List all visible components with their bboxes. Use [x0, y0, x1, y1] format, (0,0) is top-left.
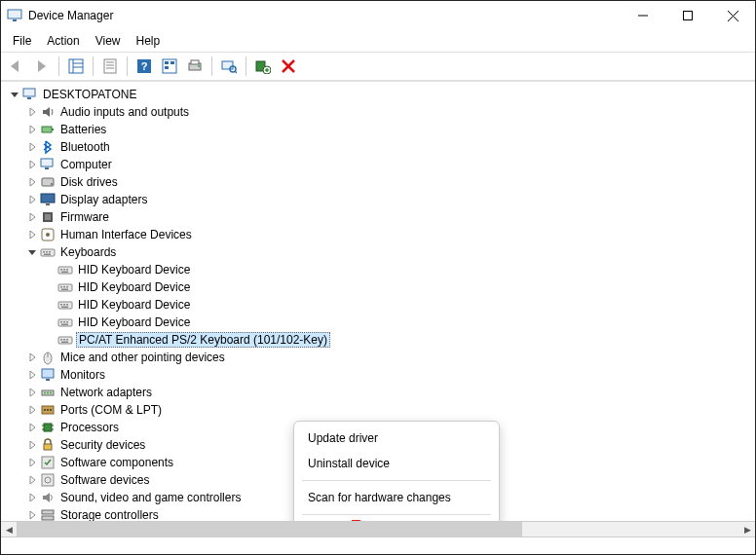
security-icon: [40, 437, 56, 453]
expand-icon[interactable]: [24, 437, 40, 453]
svg-rect-35: [52, 129, 54, 130]
minimize-button[interactable]: [621, 1, 665, 30]
tree-node-label[interactable]: Ports (COM & LPT): [58, 403, 164, 417]
close-button[interactable]: [710, 1, 755, 30]
expand-icon[interactable]: [24, 402, 40, 418]
tree-pane[interactable]: DESKTOPATONEAudio inputs and outputsBatt…: [1, 81, 755, 521]
horizontal-scrollbar[interactable]: ◀ ▶: [1, 521, 755, 536]
print-button[interactable]: [183, 55, 207, 78]
help-button[interactable]: ?: [132, 55, 156, 78]
expand-icon[interactable]: [24, 350, 40, 365]
tree-node[interactable]: DESKTOPATONE: [7, 86, 755, 103]
tree-node[interactable]: Ports (COM & LPT): [24, 401, 755, 419]
expand-icon[interactable]: [24, 209, 40, 225]
expand-icon[interactable]: [24, 367, 40, 383]
tree-node[interactable]: Computer: [24, 156, 755, 173]
expand-icon[interactable]: [24, 104, 40, 120]
svg-rect-0: [8, 10, 21, 18]
expand-icon[interactable]: [24, 490, 40, 505]
forward-button[interactable]: [30, 55, 54, 78]
tree-node-label[interactable]: Software devices: [58, 473, 151, 487]
tree-node-label[interactable]: Processors: [58, 421, 121, 434]
collapse-icon[interactable]: [7, 87, 22, 102]
tree-node[interactable]: HID Keyboard Device: [42, 314, 755, 331]
tree-node-label[interactable]: Sound, video and game controllers: [58, 491, 243, 504]
tree-node-label[interactable]: Display adapters: [58, 193, 149, 206]
tree-node-label[interactable]: Audio inputs and outputs: [58, 105, 191, 119]
tree-node-label[interactable]: Mice and other pointing devices: [58, 351, 227, 364]
context-menu-item[interactable]: Properties: [294, 519, 499, 521]
tree-node[interactable]: Network adapters: [24, 384, 755, 401]
tree-node-label[interactable]: Computer: [58, 158, 114, 171]
tree-node[interactable]: HID Keyboard Device: [42, 261, 755, 278]
scan-hardware-button[interactable]: [217, 55, 241, 78]
expand-icon[interactable]: [24, 157, 40, 172]
expand-icon[interactable]: [24, 455, 40, 470]
expand-icon[interactable]: [24, 192, 40, 207]
tree-node[interactable]: Human Interface Devices: [24, 226, 755, 243]
tree-node-label[interactable]: Network adapters: [58, 386, 154, 399]
context-menu-item[interactable]: Scan for hardware changes: [294, 485, 499, 510]
tree-node[interactable]: Display adapters: [24, 191, 755, 208]
expand-icon[interactable]: [24, 139, 40, 155]
tree-node-label[interactable]: DESKTOPATONE: [41, 88, 138, 101]
expand-icon[interactable]: [24, 507, 40, 521]
tree-node[interactable]: PC/AT Enhanced PS/2 Keyboard (101/102-Ke…: [42, 331, 755, 349]
maximize-button[interactable]: [665, 1, 710, 30]
expand-icon[interactable]: [24, 122, 40, 137]
context-menu-separator: [302, 514, 491, 515]
tree-node[interactable]: HID Keyboard Device: [42, 296, 755, 314]
context-menu-item[interactable]: Update driver: [294, 426, 499, 451]
properties-button[interactable]: [98, 55, 122, 78]
context-menu-item[interactable]: Uninstall device: [294, 451, 499, 476]
tree-node-label[interactable]: Monitors: [58, 368, 107, 382]
details-button[interactable]: [158, 55, 181, 78]
tree-node[interactable]: HID Keyboard Device: [42, 278, 755, 296]
tree-node[interactable]: Monitors: [24, 366, 755, 384]
tree-node[interactable]: Mice and other pointing devices: [24, 349, 755, 366]
menu-action[interactable]: Action: [41, 32, 85, 50]
tree-node-label[interactable]: PC/AT Enhanced PS/2 Keyboard (101/102-Ke…: [76, 332, 330, 348]
expand-icon[interactable]: [24, 420, 40, 435]
storage-icon: [40, 507, 56, 521]
tree-node-label[interactable]: HID Keyboard Device: [76, 298, 192, 312]
back-button[interactable]: [5, 55, 28, 78]
tree-node-label[interactable]: HID Keyboard Device: [76, 280, 192, 294]
menu-help[interactable]: Help: [131, 32, 167, 50]
tree-node-label[interactable]: Disk drives: [58, 175, 120, 189]
menu-view[interactable]: View: [90, 32, 127, 50]
tree-node-label[interactable]: Software components: [58, 456, 175, 469]
scrollbar-left-icon[interactable]: ◀: [1, 522, 17, 536]
tree-node[interactable]: Firmware: [24, 208, 755, 226]
show-hide-tree-button[interactable]: [64, 55, 88, 78]
tree-node-label[interactable]: Human Interface Devices: [58, 228, 194, 241]
tree-node-label[interactable]: Bluetooth: [58, 140, 112, 154]
svg-rect-74: [66, 339, 68, 341]
expand-icon[interactable]: [24, 227, 40, 242]
tree-node[interactable]: Batteries: [24, 121, 755, 138]
tree-node[interactable]: Keyboards: [24, 243, 755, 261]
scrollbar-track[interactable]: [17, 522, 739, 536]
collapse-icon[interactable]: [24, 244, 40, 260]
tree-node-label[interactable]: HID Keyboard Device: [76, 315, 192, 329]
tree-node-label[interactable]: HID Keyboard Device: [76, 263, 192, 277]
expand-icon[interactable]: [24, 385, 40, 400]
tree-node-label[interactable]: Keyboards: [58, 245, 118, 259]
tree-node[interactable]: Audio inputs and outputs: [24, 103, 755, 121]
add-legacy-button[interactable]: [251, 55, 275, 78]
tree-node-label[interactable]: Firmware: [58, 210, 111, 224]
scrollbar-thumb[interactable]: [17, 522, 522, 536]
expand-icon[interactable]: [24, 174, 40, 190]
swcomp-icon: [40, 455, 56, 470]
scrollbar-right-icon[interactable]: ▶: [739, 522, 755, 536]
svg-rect-57: [60, 286, 62, 288]
tree-node-label[interactable]: Storage controllers: [58, 508, 161, 521]
tree-node-label[interactable]: Security devices: [58, 438, 147, 452]
tree-node-label[interactable]: Batteries: [58, 123, 108, 136]
uninstall-button[interactable]: [277, 55, 300, 78]
svg-rect-43: [45, 214, 51, 220]
tree-node[interactable]: Bluetooth: [24, 138, 755, 156]
expand-icon[interactable]: [24, 472, 40, 488]
menu-file[interactable]: File: [7, 32, 37, 50]
tree-node[interactable]: Disk drives: [24, 173, 755, 191]
